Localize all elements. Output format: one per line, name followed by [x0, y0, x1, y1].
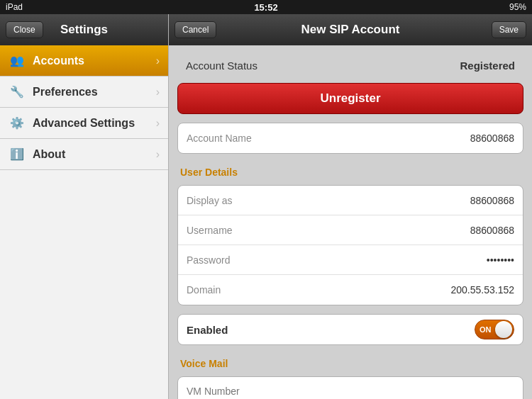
password-row: Password •••••••• [178, 245, 523, 275]
app-container: Close Settings 👥 Accounts › 🔧 Preference… [0, 14, 532, 399]
account-status-row: Account Status Registered [177, 54, 523, 77]
about-icon: ℹ️ [9, 146, 26, 163]
status-bar-left: iPad [6, 2, 23, 12]
sidebar-title: Settings [60, 23, 108, 37]
main-scroll: Account Status Registered Unregister Acc… [169, 45, 532, 399]
sidebar-item-preferences[interactable]: 🔧 Preferences › [0, 77, 168, 108]
main-header: Cancel New SIP Account Save [169, 14, 532, 45]
sidebar: Close Settings 👥 Accounts › 🔧 Preference… [0, 14, 169, 399]
sidebar-item-about[interactable]: ℹ️ About › [0, 139, 168, 170]
close-button[interactable]: Close [6, 21, 43, 38]
vm-number-row [177, 376, 523, 399]
account-name-row: Account Name 88600868 [178, 123, 523, 153]
display-as-row: Display as 88600868 [178, 186, 523, 215]
display-as-label: Display as [187, 195, 272, 206]
account-name-value: 88600868 [272, 133, 514, 144]
user-details-header: User Details [177, 162, 523, 182]
enabled-toggle[interactable]: ON [475, 320, 514, 339]
enabled-label: Enabled [187, 324, 475, 336]
status-bar: iPad 15:52 95% [0, 0, 532, 14]
advanced-settings-icon: ⚙️ [9, 115, 26, 132]
status-bar-right: 95% [509, 2, 526, 12]
save-button[interactable]: Save [492, 21, 526, 38]
cancel-button[interactable]: Cancel [174, 21, 216, 38]
carrier-label: iPad [6, 2, 23, 12]
username-row: Username 88600868 [178, 215, 523, 245]
username-label: Username [187, 225, 272, 236]
user-details-group: Display as 88600868 Username 88600868 Pa… [177, 185, 523, 305]
account-status-value: Registered [460, 60, 515, 72]
unregister-button[interactable]: Unregister [177, 83, 523, 114]
chevron-right-icon: › [156, 117, 160, 130]
account-status-label: Account Status [186, 60, 257, 72]
main-header-title: New SIP Account [301, 23, 400, 37]
chevron-right-icon: › [156, 86, 160, 99]
domain-value: 200.55.53.152 [272, 284, 514, 296]
voicemail-header: Voice Mail [177, 354, 523, 373]
password-label: Password [187, 254, 272, 266]
chevron-right-icon: › [156, 148, 160, 161]
account-name-group: Account Name 88600868 [177, 123, 523, 154]
sidebar-item-label: Accounts [33, 55, 156, 67]
vm-number-input[interactable] [187, 386, 514, 397]
sidebar-item-label: About [33, 148, 156, 161]
sidebar-item-accounts[interactable]: 👥 Accounts › [0, 45, 168, 77]
sidebar-header: Close Settings [0, 14, 168, 45]
toggle-knob [495, 321, 512, 338]
domain-label: Domain [187, 284, 272, 296]
display-as-value: 88600868 [272, 195, 514, 206]
sidebar-item-advanced-settings[interactable]: ⚙️ Advanced Settings › [0, 108, 168, 139]
enabled-row: Enabled ON [177, 314, 523, 345]
sidebar-nav: 👥 Accounts › 🔧 Preferences › ⚙️ Advanced… [0, 45, 168, 399]
status-bar-time: 15:52 [254, 2, 277, 13]
toggle-on-label: ON [480, 325, 492, 334]
main-content: Cancel New SIP Account Save Account Stat… [169, 14, 532, 399]
accounts-icon: 👥 [9, 52, 26, 69]
sidebar-item-label: Advanced Settings [33, 117, 156, 130]
password-value: •••••••• [272, 254, 514, 266]
domain-row: Domain 200.55.53.152 [178, 275, 523, 305]
sidebar-item-label: Preferences [33, 86, 156, 99]
toggle-track: ON [475, 320, 514, 339]
account-name-label: Account Name [187, 133, 272, 144]
preferences-icon: 🔧 [9, 84, 26, 101]
username-value: 88600868 [272, 225, 514, 236]
battery-label: 95% [509, 2, 526, 12]
chevron-right-icon: › [156, 55, 160, 67]
